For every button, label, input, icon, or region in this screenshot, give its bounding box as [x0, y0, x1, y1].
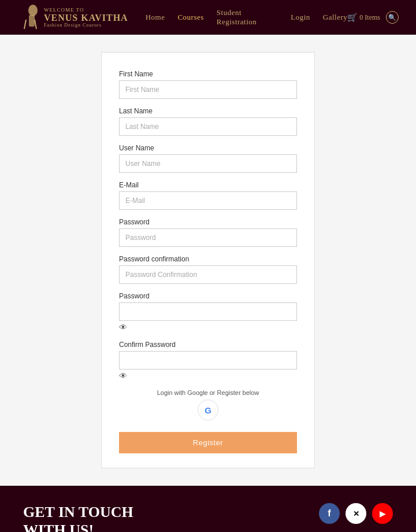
facebook-icon: f — [328, 508, 330, 519]
confirm-password2-eye-icon[interactable]: 👁 — [119, 372, 297, 381]
password2-group: Password 👁 — [119, 292, 297, 332]
social-icons: f ✕ ▶ — [319, 503, 393, 524]
confirm-password2-label: Confirm Password — [119, 341, 297, 349]
password-confirm-group: Password confirmation — [119, 255, 297, 284]
register-button[interactable]: Register — [119, 432, 297, 453]
site-footer: GET IN TOUCH WITH US! f ✕ ▶ CONTACT US W… — [0, 486, 416, 532]
google-text: Login with Google or Register below — [119, 389, 297, 396]
svg-line-3 — [35, 20, 36, 29]
password2-wrap: 👁 — [119, 302, 297, 332]
welcome-text: Welcome to — [44, 7, 128, 13]
logo-area: Welcome to VENUS KAVITHA Fashion Design … — [17, 3, 128, 31]
footer-right: f ✕ ▶ CONTACT US — [319, 503, 393, 532]
footer-left: GET IN TOUCH WITH US! — [23, 503, 133, 532]
password2-field[interactable] — [119, 302, 297, 321]
cart-area[interactable]: 🛒 0 Items — [347, 13, 380, 23]
password2-eye-icon[interactable]: 👁 — [119, 323, 297, 332]
youtube-icon: ▶ — [380, 509, 385, 518]
first-name-group: First Name — [119, 70, 297, 99]
confirm-password2-wrap: 👁 — [119, 351, 297, 381]
user-name-label: User Name — [119, 144, 297, 152]
nav-gallery[interactable]: Gallery — [323, 13, 347, 22]
main-content: First Name Last Name User Name E-Mail Pa… — [0, 35, 416, 486]
logo-text: Welcome to VENUS KAVITHA Fashion Design … — [44, 7, 128, 28]
header-right: 🛒 0 Items 🔍 — [347, 11, 399, 24]
password-confirm-field[interactable] — [119, 265, 297, 284]
svg-rect-1 — [29, 15, 35, 27]
password-field[interactable] — [119, 228, 297, 247]
cart-count: 0 Items — [359, 13, 380, 22]
google-icon: G — [205, 405, 211, 415]
svg-point-0 — [28, 5, 38, 16]
brand-sub: Fashion Design Courses — [44, 23, 128, 28]
footer-top: GET IN TOUCH WITH US! f ✕ ▶ CONTACT US — [23, 503, 393, 532]
first-name-field[interactable] — [119, 80, 297, 99]
password-confirm-label: Password confirmation — [119, 255, 297, 263]
password-group: Password — [119, 218, 297, 247]
password-label: Password — [119, 218, 297, 226]
registration-form-card: First Name Last Name User Name E-Mail Pa… — [101, 52, 315, 468]
footer-heading-line2: WITH US! — [23, 522, 94, 532]
cart-icon: 🛒 — [347, 13, 357, 23]
footer-heading-line1: GET IN TOUCH — [23, 504, 133, 520]
first-name-label: First Name — [119, 70, 297, 78]
last-name-label: Last Name — [119, 107, 297, 115]
google-section: Login with Google or Register below G — [119, 389, 297, 420]
logo-icon — [17, 3, 39, 31]
user-name-field[interactable] — [119, 154, 297, 173]
svg-line-2 — [24, 20, 26, 29]
email-group: E-Mail — [119, 181, 297, 210]
confirm-password2-field[interactable] — [119, 351, 297, 370]
search-button[interactable]: 🔍 — [386, 11, 399, 24]
search-icon: 🔍 — [388, 14, 396, 21]
main-nav: Home Courses Student Registration Login … — [146, 8, 348, 27]
confirm-password2-group: Confirm Password 👁 — [119, 341, 297, 381]
google-login-button[interactable]: G — [198, 400, 218, 420]
twitter-button[interactable]: ✕ — [346, 503, 366, 524]
email-field[interactable] — [119, 191, 297, 210]
nav-login[interactable]: Login — [291, 13, 310, 22]
nav-home[interactable]: Home — [146, 13, 165, 22]
last-name-group: Last Name — [119, 107, 297, 136]
facebook-button[interactable]: f — [319, 503, 340, 524]
last-name-field[interactable] — [119, 117, 297, 136]
youtube-button[interactable]: ▶ — [372, 503, 393, 524]
nav-courses[interactable]: Courses — [177, 13, 203, 22]
email-label: E-Mail — [119, 181, 297, 189]
user-name-group: User Name — [119, 144, 297, 173]
brand-name: VENUS KAVITHA — [44, 13, 128, 23]
footer-heading: GET IN TOUCH WITH US! — [23, 503, 133, 532]
twitter-icon: ✕ — [353, 509, 359, 518]
nav-student-registration[interactable]: Student Registration — [217, 8, 278, 27]
password2-label: Password — [119, 292, 297, 300]
site-header: Welcome to VENUS KAVITHA Fashion Design … — [0, 0, 416, 35]
